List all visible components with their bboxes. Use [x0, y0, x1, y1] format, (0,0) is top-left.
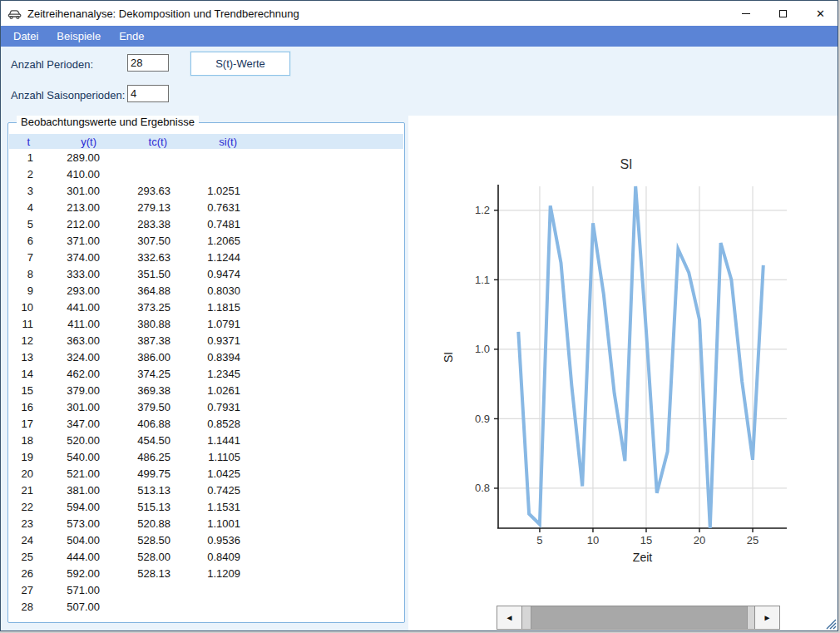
- cell-tc(t): 406.88: [100, 416, 170, 433]
- table-row[interactable]: 10441.00373.251.1815: [9, 299, 403, 315]
- table-row[interactable]: 18520.00454.501.1441: [9, 432, 403, 448]
- minimize-button[interactable]: [727, 1, 764, 26]
- table-row[interactable]: 19540.00486.251.1105: [9, 448, 403, 465]
- window-title: Zeitreihenanalyse: Dekomposition und Tre…: [27, 7, 299, 20]
- cell-t: 17: [9, 416, 33, 433]
- table-row[interactable]: 13324.00386.000.8394: [9, 349, 403, 365]
- cell-tc(t): 520.88: [100, 516, 170, 532]
- cell-tc(t): 351.50: [100, 266, 170, 283]
- menu-item-datei[interactable]: Datei: [4, 27, 47, 46]
- cell-si(t): 0.9371: [170, 333, 240, 349]
- close-button[interactable]: ✕: [802, 1, 838, 26]
- cell-y(t): 521.00: [33, 466, 100, 482]
- menu-item-ende[interactable]: Ende: [110, 27, 153, 46]
- scroll-right-button[interactable]: ►: [754, 606, 779, 629]
- cell-tc(t): 379.50: [100, 399, 170, 416]
- cell-t: 7: [9, 250, 33, 266]
- table-row[interactable]: 20521.00499.751.0425: [9, 465, 403, 482]
- periods-input[interactable]: [127, 54, 169, 72]
- cell-y(t): 571.00: [33, 582, 100, 599]
- cell-t: 28: [9, 599, 33, 616]
- table-row[interactable]: 28507.00: [9, 598, 403, 615]
- cell-tc(t): 513.13: [100, 482, 170, 499]
- cell-t: 16: [9, 399, 33, 416]
- cell-t: 3: [9, 183, 33, 200]
- svg-text:1.0: 1.0: [475, 343, 490, 355]
- resize-grip-icon[interactable]: [824, 617, 837, 630]
- season-periods-input[interactable]: [127, 85, 169, 102]
- table-row[interactable]: 15379.00369.381.0261: [9, 382, 403, 398]
- cell-y(t): 347.00: [33, 416, 100, 433]
- table-row[interactable]: 16301.00379.500.7931: [9, 398, 403, 415]
- cell-y(t): 363.00: [33, 333, 100, 349]
- cell-y(t): 333.00: [33, 266, 100, 283]
- cell-tc(t): 528.13: [100, 566, 170, 582]
- table-row[interactable]: 8333.00351.500.9474: [9, 265, 403, 282]
- table-row[interactable]: 21381.00513.130.7425: [9, 482, 403, 498]
- table-row[interactable]: 2410.00: [9, 166, 403, 182]
- cell-tc(t): 364.88: [100, 283, 170, 299]
- cell-tc(t): 454.50: [100, 433, 170, 449]
- svg-text:SI: SI: [620, 157, 632, 171]
- table-row[interactable]: 14462.00374.251.2345: [9, 365, 403, 382]
- results-table-body: 1289.002410.003301.00293.631.02514213.00…: [9, 149, 403, 615]
- svg-text:25: 25: [747, 534, 758, 546]
- scroll-right-arrow-icon: ►: [763, 613, 772, 622]
- cell-t: 19: [9, 449, 33, 466]
- cell-t: 14: [9, 366, 33, 383]
- close-icon: ✕: [816, 8, 825, 19]
- cell-y(t): 212.00: [33, 216, 100, 233]
- cell-t: 11: [9, 316, 33, 333]
- cell-t: 10: [9, 299, 33, 316]
- cell-t: 13: [9, 349, 33, 366]
- table-row[interactable]: 1289.00: [9, 149, 403, 166]
- cell-tc(t): 515.13: [100, 499, 170, 516]
- cell-y(t): 289.00: [33, 150, 100, 166]
- cell-si(t): 1.0261: [170, 383, 240, 399]
- table-row[interactable]: 9293.00364.880.8030: [9, 282, 403, 299]
- table-row[interactable]: 3301.00293.631.0251: [9, 182, 403, 199]
- table-row[interactable]: 23573.00520.881.1001: [9, 515, 403, 532]
- results-table-header: ty(t)tc(t)si(t): [9, 134, 403, 149]
- cell-si(t): 1.0425: [170, 466, 240, 482]
- scrollbar-thumb[interactable]: [531, 606, 748, 629]
- chart-horizontal-scrollbar[interactable]: ◄ ►: [497, 606, 780, 630]
- scroll-left-button[interactable]: ◄: [497, 606, 522, 629]
- table-row[interactable]: 24504.00528.500.9536: [9, 532, 403, 548]
- cell-tc(t): 386.00: [100, 349, 170, 366]
- table-row[interactable]: 4213.00279.130.7631: [9, 199, 403, 215]
- cell-si(t): 1.0791: [170, 316, 240, 333]
- table-row[interactable]: 6371.00307.501.2065: [9, 232, 403, 249]
- cell-t: 2: [9, 166, 33, 183]
- cell-si(t): 0.9474: [170, 266, 240, 283]
- cell-y(t): 410.00: [33, 166, 100, 183]
- menu-item-beispiele[interactable]: Beispiele: [47, 27, 110, 46]
- table-row[interactable]: 7374.00332.631.1244: [9, 249, 403, 265]
- svg-text:1.2: 1.2: [475, 204, 490, 216]
- table-row[interactable]: 27571.00: [9, 581, 403, 598]
- app-icon: [7, 7, 22, 20]
- maximize-button[interactable]: [764, 1, 802, 26]
- results-groupbox: Beobachtungswerte und Ergebnisse ty(t)tc…: [7, 122, 405, 623]
- cell-tc(t): 283.38: [100, 216, 170, 233]
- cell-si(t): 1.2345: [170, 366, 240, 383]
- table-row[interactable]: 22594.00515.131.1531: [9, 498, 403, 515]
- cell-tc(t): 528.50: [100, 532, 170, 549]
- st-werte-button[interactable]: S(t)-Werte: [190, 52, 290, 76]
- cell-y(t): 324.00: [33, 349, 100, 366]
- table-row[interactable]: 5212.00283.380.7481: [9, 215, 403, 232]
- table-row[interactable]: 17347.00406.880.8528: [9, 415, 403, 432]
- cell-tc(t): 374.25: [100, 366, 170, 383]
- cell-y(t): 411.00: [33, 316, 100, 333]
- cell-y(t): 573.00: [33, 516, 100, 532]
- cell-tc(t): 293.63: [100, 183, 170, 200]
- table-row[interactable]: 11411.00380.881.0791: [9, 315, 403, 332]
- table-row[interactable]: 12363.00387.380.9371: [9, 332, 403, 349]
- cell-tc(t): 279.13: [100, 200, 170, 216]
- cell-si(t): 0.7425: [170, 482, 240, 499]
- svg-text:10: 10: [587, 534, 599, 546]
- table-row[interactable]: 26592.00528.131.1209: [9, 565, 403, 581]
- menu-bar: Datei Beispiele Ende: [1, 26, 838, 47]
- svg-text:5: 5: [536, 534, 542, 546]
- table-row[interactable]: 25444.00528.000.8409: [9, 548, 403, 565]
